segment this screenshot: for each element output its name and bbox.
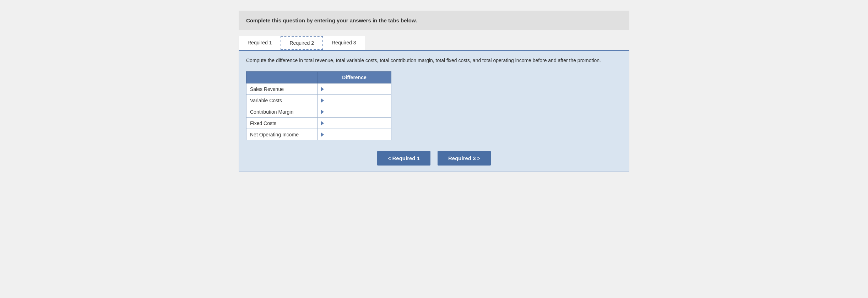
next-button[interactable]: Required 3 >: [438, 151, 491, 166]
data-table: Difference Sales RevenueVariable CostsCo…: [246, 71, 391, 140]
row-input-cell-0: [318, 83, 391, 95]
row-label-1: Variable Costs: [246, 95, 318, 106]
row-input-1[interactable]: [325, 98, 387, 103]
triangle-marker-2: [321, 110, 324, 114]
table-row: Net Operating Income: [246, 129, 391, 140]
tab-required3[interactable]: Required 3: [323, 36, 365, 50]
row-label-4: Net Operating Income: [246, 129, 318, 140]
table-row: Contribution Margin: [246, 106, 391, 118]
content-area: Compute the difference in total revenue,…: [239, 51, 629, 172]
row-input-cell-2: [318, 106, 391, 118]
prev-button[interactable]: < Required 1: [377, 151, 430, 166]
table-row: Sales Revenue: [246, 83, 391, 95]
tab-required2[interactable]: Required 2: [281, 36, 324, 50]
tab-required1[interactable]: Required 1: [239, 36, 281, 50]
row-label-0: Sales Revenue: [246, 83, 318, 95]
row-label-2: Contribution Margin: [246, 106, 318, 118]
row-input-cell-4: [318, 129, 391, 140]
row-input-cell-3: [318, 118, 391, 129]
row-input-4[interactable]: [325, 132, 387, 137]
row-input-3[interactable]: [325, 120, 387, 126]
tabs-container: Required 1 Required 2 Required 3: [239, 36, 629, 51]
triangle-marker-4: [321, 132, 324, 137]
triangle-marker-0: [321, 87, 324, 91]
table-row: Fixed Costs: [246, 118, 391, 129]
nav-buttons: < Required 1 Required 3 >: [246, 151, 622, 166]
triangle-marker-3: [321, 121, 324, 125]
page-container: Complete this question by entering your …: [239, 7, 629, 175]
row-input-cell-1: [318, 95, 391, 106]
column-header-difference: Difference: [318, 72, 391, 83]
instruction-text: Complete this question by entering your …: [246, 17, 417, 23]
description-text: Compute the difference in total revenue,…: [246, 57, 622, 64]
row-input-2[interactable]: [325, 109, 387, 115]
table-row: Variable Costs: [246, 95, 391, 106]
row-label-3: Fixed Costs: [246, 118, 318, 129]
triangle-marker-1: [321, 98, 324, 103]
instruction-box: Complete this question by entering your …: [239, 11, 629, 30]
row-input-0[interactable]: [325, 86, 387, 92]
